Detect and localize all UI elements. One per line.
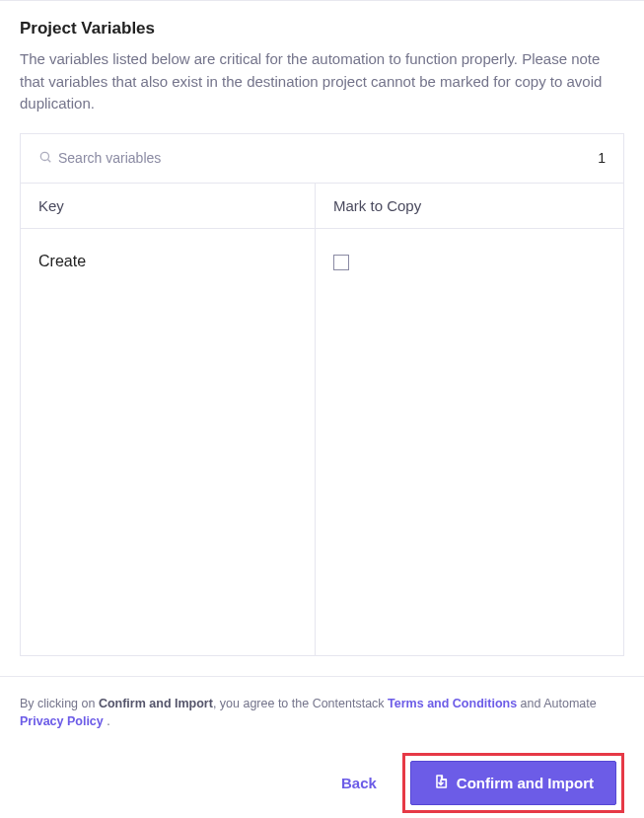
svg-line-1	[47, 159, 50, 162]
result-count: 1	[598, 150, 606, 166]
table-header: Key Mark to Copy	[21, 184, 623, 229]
page-description: The variables listed below are critical …	[20, 48, 624, 115]
search-row: 1	[21, 134, 623, 184]
column-header-key: Key	[21, 184, 315, 228]
confirm-button-label: Confirm and Import	[457, 775, 594, 791]
table-cell-key: Create	[21, 229, 315, 655]
mark-to-copy-checkbox[interactable]	[333, 255, 349, 270]
agree-bold: Confirm and Import	[99, 697, 213, 710]
button-row: Back Confirm and Import	[20, 753, 624, 813]
search-icon	[38, 150, 52, 167]
svg-point-0	[40, 152, 48, 160]
privacy-link[interactable]: Privacy Policy	[20, 714, 104, 728]
confirm-highlight: Confirm and Import	[402, 753, 624, 813]
table-cell-mark	[315, 229, 623, 655]
import-icon	[433, 774, 449, 792]
confirm-and-import-button[interactable]: Confirm and Import	[410, 761, 616, 805]
agree-mid: , you agree to the Contentstack	[213, 697, 388, 710]
table-body: Create	[21, 229, 623, 655]
footer: By clicking on Confirm and Import, you a…	[0, 676, 644, 814]
agree-suffix: .	[104, 714, 110, 728]
column-header-mark: Mark to Copy	[315, 184, 623, 228]
agreement-text: By clicking on Confirm and Import, you a…	[20, 695, 624, 732]
agree-prefix: By clicking on	[20, 697, 99, 710]
search-input[interactable]	[58, 150, 255, 166]
terms-link[interactable]: Terms and Conditions	[388, 697, 517, 710]
variables-table: 1 Key Mark to Copy Create	[20, 133, 624, 656]
page-title: Project Variables	[20, 19, 624, 38]
agree-and: and Automate	[517, 697, 597, 710]
back-button[interactable]: Back	[337, 765, 381, 801]
